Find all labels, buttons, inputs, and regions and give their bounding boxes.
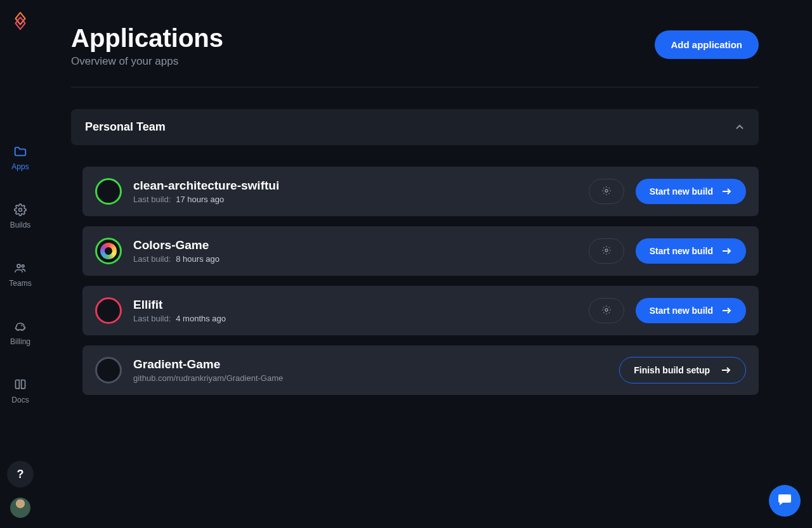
- sidebar-item-apps[interactable]: Apps: [1, 145, 39, 171]
- app-list: clean-architecture-swiftui Last build: 1…: [71, 167, 759, 395]
- page-header: Applications Overview of your apps Add a…: [71, 24, 759, 87]
- status-ring-icon: [95, 178, 122, 205]
- app-info: Gradient-Game github.com/rudrankriyam/Gr…: [133, 357, 608, 383]
- start-build-button[interactable]: Start new build: [636, 238, 746, 264]
- button-label: Start new build: [650, 186, 713, 196]
- app-settings-button[interactable]: [589, 238, 624, 264]
- app-info: Colors-Game Last build: 8 hours ago: [133, 238, 577, 264]
- svg-point-1: [17, 264, 20, 267]
- page-subtitle: Overview of your apps: [71, 55, 223, 68]
- app-meta-value: github.com/rudrankriyam/Gradient-Game: [133, 373, 283, 383]
- svg-point-2: [22, 265, 24, 267]
- arrow-right-icon: [722, 306, 732, 316]
- gear-icon: [601, 305, 612, 317]
- status-ring-icon: [95, 297, 122, 324]
- book-icon: [13, 378, 27, 392]
- status-ring-icon: [95, 357, 122, 383]
- team-name: Personal Team: [85, 120, 166, 134]
- svg-point-0: [19, 209, 22, 212]
- app-meta-value: 4 months ago: [176, 314, 226, 323]
- app-name: Gradient-Game: [133, 357, 608, 371]
- gear-icon: [601, 186, 612, 198]
- sidebar-item-label: Builds: [10, 221, 31, 229]
- add-application-button[interactable]: Add application: [655, 30, 759, 59]
- sidebar: Apps Builds Teams Billing Docs: [0, 0, 41, 528]
- svg-point-4: [605, 190, 608, 192]
- app-settings-button[interactable]: [589, 179, 624, 204]
- sidebar-item-builds[interactable]: Builds: [1, 203, 39, 229]
- status-ring-icon: [95, 238, 122, 264]
- button-label: Start new build: [650, 246, 713, 256]
- folder-icon: [13, 145, 27, 158]
- app-name: clean-architecture-swiftui: [133, 179, 577, 193]
- user-avatar[interactable]: [10, 498, 30, 518]
- app-row[interactable]: Colors-Game Last build: 8 hours ago Star…: [82, 226, 759, 276]
- arrow-right-icon: [722, 186, 732, 196]
- app-name: Ellifit: [133, 298, 577, 312]
- app-meta-label: Last build:: [133, 314, 171, 323]
- app-icon: [100, 243, 117, 259]
- sidebar-item-label: Billing: [10, 337, 30, 346]
- app-meta: Last build: 17 hours ago: [133, 195, 577, 204]
- app-meta-value: 17 hours ago: [176, 195, 224, 204]
- app-name: Colors-Game: [133, 238, 577, 252]
- button-label: Add application: [671, 39, 743, 50]
- app-meta: Last build: 8 hours ago: [133, 254, 577, 264]
- header-titles: Applications Overview of your apps: [71, 24, 223, 68]
- gear-icon: [13, 203, 27, 217]
- start-build-button[interactable]: Start new build: [636, 298, 746, 323]
- app-row[interactable]: Gradient-Game github.com/rudrankriyam/Gr…: [82, 345, 759, 395]
- sidebar-item-label: Docs: [11, 396, 29, 404]
- sidebar-item-docs[interactable]: Docs: [1, 378, 39, 404]
- app-info: clean-architecture-swiftui Last build: 1…: [133, 179, 577, 204]
- button-label: Start new build: [650, 306, 713, 316]
- main-content: Applications Overview of your apps Add a…: [71, 24, 759, 395]
- app-info: Ellifit Last build: 4 months ago: [133, 298, 577, 323]
- app-meta-label: Last build:: [133, 195, 171, 204]
- chat-button[interactable]: [769, 485, 801, 517]
- gear-icon: [601, 245, 612, 257]
- sidebar-bottom: ?: [0, 461, 41, 518]
- arrow-right-icon: [721, 365, 731, 375]
- finish-setup-button[interactable]: Finish build setup: [619, 357, 746, 383]
- svg-point-6: [605, 309, 608, 311]
- app-logo: [11, 11, 30, 30]
- svg-point-5: [605, 249, 608, 252]
- sidebar-nav: Apps Builds Teams Billing Docs: [1, 145, 39, 404]
- app-meta: github.com/rudrankriyam/Gradient-Game: [133, 373, 608, 383]
- button-label: Finish build setup: [634, 365, 710, 375]
- arrow-right-icon: [722, 246, 732, 256]
- chevron-up-icon: [735, 122, 745, 132]
- page-title: Applications: [71, 24, 223, 53]
- svg-point-3: [22, 325, 22, 326]
- sidebar-item-label: Apps: [11, 162, 29, 171]
- start-build-button[interactable]: Start new build: [636, 179, 746, 204]
- app-row[interactable]: Ellifit Last build: 4 months ago Start n…: [82, 286, 759, 335]
- app-meta-value: 8 hours ago: [176, 254, 219, 264]
- help-icon: ?: [17, 468, 24, 481]
- sidebar-item-billing[interactable]: Billing: [1, 319, 39, 346]
- help-button[interactable]: ?: [7, 461, 34, 487]
- sidebar-item-label: Teams: [9, 279, 31, 288]
- team-header[interactable]: Personal Team: [71, 109, 759, 145]
- sidebar-item-teams[interactable]: Teams: [1, 261, 39, 288]
- chat-icon: [777, 492, 792, 510]
- app-settings-button[interactable]: [589, 298, 624, 323]
- app-row[interactable]: clean-architecture-swiftui Last build: 1…: [82, 167, 759, 216]
- users-icon: [13, 261, 27, 275]
- app-meta: Last build: 4 months ago: [133, 314, 577, 323]
- app-meta-label: Last build:: [133, 254, 171, 264]
- piggy-bank-icon: [13, 319, 27, 333]
